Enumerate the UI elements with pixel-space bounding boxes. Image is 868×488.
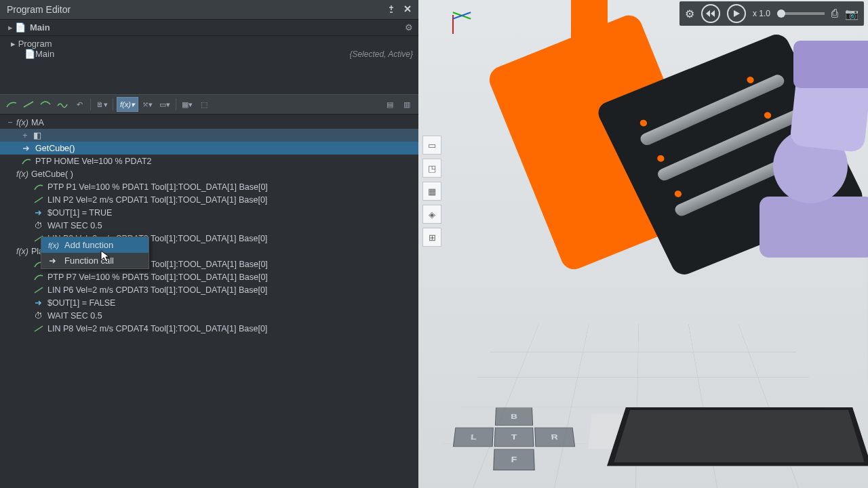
tool-doc-icon[interactable]: 🗎▾ [94,97,109,112]
program-editor-panel: Program Editor ▸ 📄 Main ⚙ ▸ Program [0,0,418,488]
gc-line1[interactable]: PTP P1 Vel=100 % PDAT1 Tool[1]:TOOL_DATA… [0,180,418,193]
panel-header: Program Editor [0,0,418,20]
breadcrumb-bar: ▸ 📄 Main ⚙ [0,20,418,36]
tool-format-icon[interactable]: ⬚ [197,97,212,112]
keypad-l[interactable]: L [453,428,494,447]
menu-add-function[interactable]: f(x) Add function [41,237,149,253]
stmt-ptp-home[interactable]: PTP HOME Vel=100 % PDAT2 [0,155,418,167]
menu-function-call[interactable]: Function call [41,253,149,268]
pc-line5[interactable]: ⏱WAIT SEC 0.5 [0,309,418,322]
viewport-side-tools: ▭ ◳ ▦ ◈ ⊞ [422,136,441,247]
file-icon: 📄 [24,49,35,59]
cursor-icon [100,250,111,266]
play-button[interactable] [727,4,746,23]
close-icon[interactable] [403,4,412,15]
settings-icon[interactable]: ⚙ [685,7,694,20]
tool-circ-icon[interactable] [38,97,53,112]
sidetool-1[interactable]: ▭ [422,136,441,155]
tablet-device [607,407,868,466]
pc-line2[interactable]: PTP P7 Vel=100 % PDAT5 Tool[1]:TOOL_DATA… [0,270,418,283]
gear-icon[interactable]: ⚙ [405,22,413,33]
keypad-r[interactable]: R [534,428,575,447]
pc-line4[interactable]: $OUT[1] = FALSE [0,296,418,309]
file-icon: 📄 [15,22,26,33]
tool-box-icon[interactable]: ▭▾ [157,97,172,112]
keypad-t[interactable]: T [494,428,534,447]
robot-secondary [739,27,868,258]
playback-bar: ⚙ x 1.0 ⎙ 📷 [679,1,864,26]
tool-view2-icon[interactable]: ▥ [399,97,414,112]
tool-view1-icon[interactable]: ▤ [382,97,397,112]
program-section: ▸ Program 📄 Main {Selected, Active} [0,36,418,62]
pc-line3[interactable]: LIN P6 Vel=2 m/s CPDAT3 Tool[1]:TOOL_DAT… [0,283,418,296]
keypad-f[interactable]: F [493,449,535,470]
keypad-b[interactable]: B [495,407,533,425]
status-label: {Selected, Active} [349,49,413,59]
sidetool-4[interactable]: ◈ [422,205,441,224]
gc-line2[interactable]: LIN P2 Vel=2 m/s CPDAT1 Tool[1]:TOOL_DAT… [0,193,418,206]
fx-context-menu: f(x) Add function Function call [41,237,149,269]
viewport-3d[interactable]: ⚙ x 1.0 ⎙ 📷 ▭ ◳ ▦ ◈ ⊞ B L T R F KUKA KUK… [418,0,868,488]
pc-line6[interactable]: LIN P8 Vel=2 m/s CPDAT4 Tool[1]:TOOL_DAT… [0,322,418,335]
fn-getcube-header[interactable]: f(x) GetCube( ) [0,167,418,180]
expand-icon[interactable]: ▸ [5,22,15,33]
gc-line3[interactable]: $OUT[1] = TRUE [0,206,418,219]
tool-undo-icon[interactable]: ↶ [72,97,87,112]
program-tree: −f(x) MA +◧ GetCube() PTP HOME Vel=100 %… [0,115,418,488]
pin-icon[interactable] [387,4,395,15]
export-icon[interactable]: ⎙ [831,7,838,20]
program-main-item[interactable]: Main [35,49,54,59]
tool-spline-icon[interactable] [55,97,70,112]
tool-fx-button[interactable]: f(x)▾ [117,97,138,112]
tool-ptp-icon[interactable] [4,97,19,112]
fn-main-header[interactable]: −f(x) MA [0,116,418,129]
editor-toolbar: ↶ 🗎▾ f(x)▾ ⤱▾ ▭▾ ▦▾ ⬚ ▤ ▥ [0,94,418,115]
gc-line4[interactable]: ⏱WAIT SEC 0.5 [0,219,418,232]
panel-title: Program Editor [7,4,71,15]
robot-arm-upper [571,0,608,61]
folder-icon: ▸ [11,39,18,49]
camera-icon[interactable]: 📷 [845,7,859,20]
sidetool-2[interactable]: ◳ [422,159,441,178]
breadcrumb-main[interactable]: Main [30,22,50,33]
speed-slider[interactable] [777,12,825,15]
speed-label: x 1.0 [753,9,770,18]
add-row[interactable]: +◧ [0,129,418,142]
tool-axis-icon[interactable]: ⤱▾ [140,97,155,112]
tool-grid-icon[interactable]: ▦▾ [180,97,195,112]
call-getcube[interactable]: GetCube() [0,142,418,155]
sidetool-3[interactable]: ▦ [422,182,441,201]
sidetool-5[interactable]: ⊞ [422,228,441,247]
nav-keypad: B L T R F [430,407,598,479]
rewind-button[interactable] [701,4,720,23]
tool-lin-icon[interactable] [21,97,36,112]
program-label[interactable]: Program [18,39,52,49]
